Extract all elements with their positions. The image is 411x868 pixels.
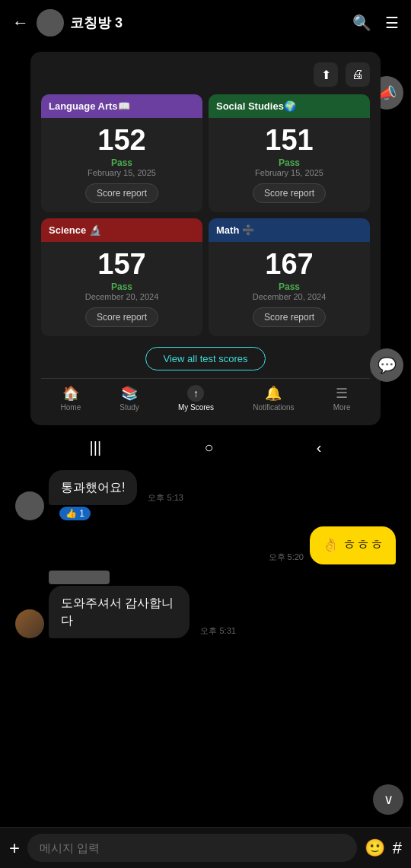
- username-blurred: [49, 571, 110, 584]
- score-card-math: Math ➗ 167 Pass December 20, 2024 Score …: [209, 218, 370, 336]
- nav-more[interactable]: ☰ More: [333, 385, 351, 412]
- hashtag-button[interactable]: #: [393, 838, 402, 858]
- score-report-btn-lang-arts[interactable]: Score report: [85, 183, 158, 203]
- score-widget: ⬆ 🖨 Language Arts📖 152 Pass February 15,…: [30, 52, 381, 425]
- message-bubble-1: 👌 ㅎㅎㅎ: [310, 526, 396, 564]
- android-back-icon[interactable]: ‹: [317, 439, 322, 456]
- message-time-1: 오후 5:20: [269, 552, 304, 563]
- input-bar: + 🙂 #: [0, 827, 411, 868]
- score-number-science: 157: [97, 250, 145, 278]
- score-card-social: Social Studies🌍 151 Pass February 15, 20…: [209, 94, 370, 212]
- score-pass-social: Pass: [279, 157, 300, 168]
- message-bubble-2: 도와주셔서 감사합니다: [49, 586, 190, 638]
- back-button[interactable]: ←: [12, 13, 29, 33]
- reaction-row-0: 👍 1: [59, 507, 190, 520]
- message-time-2: 오후 5:31: [200, 625, 235, 637]
- reaction-badge-0[interactable]: 👍 1: [59, 507, 91, 520]
- avatar: [37, 9, 64, 37]
- study-icon: 📚: [121, 385, 138, 402]
- score-report-btn-math[interactable]: Score report: [253, 307, 326, 327]
- score-report-btn-science[interactable]: Score report: [85, 307, 158, 327]
- search-icon[interactable]: 🔍: [352, 14, 371, 32]
- nav-my-scores[interactable]: ↑ My Scores: [178, 385, 214, 412]
- android-home-icon[interactable]: ○: [204, 439, 213, 456]
- score-card-science: Science 🔬 157 Pass December 20, 2024 Sco…: [41, 218, 202, 336]
- my-scores-icon: ↑: [193, 387, 199, 399]
- score-number-social: 151: [265, 126, 313, 154]
- scroll-down-button[interactable]: ∨: [373, 784, 403, 815]
- score-number-math: 167: [265, 250, 313, 278]
- view-all-scores-button[interactable]: View all test scores: [145, 347, 265, 370]
- chat-area: ⬆ 🖨 Language Arts📖 152 Pass February 15,…: [0, 52, 411, 638]
- score-date-lang-arts: February 15, 2025: [88, 168, 156, 177]
- score-pass-math: Pass: [279, 281, 300, 292]
- message-bubble-0: 통과했어요!: [49, 470, 137, 505]
- nav-study[interactable]: 📚 Study: [119, 385, 139, 412]
- card-header-lang-arts: Language Arts📖: [41, 94, 202, 118]
- score-grid: Language Arts📖 152 Pass February 15, 202…: [41, 94, 370, 336]
- widget-bottom-nav: 🏠 Home 📚 Study ↑ My Scores 🔔 Notificatio…: [41, 378, 370, 415]
- nav-home[interactable]: 🏠 Home: [61, 385, 81, 412]
- android-recents-icon[interactable]: |||: [90, 439, 102, 456]
- message-input[interactable]: [27, 834, 357, 862]
- score-pass-science: Pass: [111, 281, 132, 292]
- page-title: 코칭방 3: [70, 14, 123, 32]
- android-nav-bar: ||| ○ ‹: [8, 431, 403, 464]
- comment-button[interactable]: 💬: [370, 348, 403, 382]
- score-pass-lang-arts: Pass: [111, 157, 132, 168]
- score-number-lang-arts: 152: [97, 126, 145, 154]
- message-row-2: 도와주셔서 감사합니다 오후 5:31: [8, 571, 403, 639]
- card-header-social: Social Studies🌍: [209, 94, 370, 118]
- share-button[interactable]: ⬆: [314, 62, 338, 87]
- card-header-math: Math ➗: [209, 218, 370, 242]
- card-header-science: Science 🔬: [41, 218, 202, 242]
- score-date-social: February 15, 2025: [255, 168, 323, 177]
- nav-notifications[interactable]: 🔔 Notifications: [253, 385, 294, 412]
- more-icon: ☰: [336, 385, 348, 402]
- score-card-lang-arts: Language Arts📖 152 Pass February 15, 202…: [41, 94, 202, 212]
- message-row-1: 오후 5:20 👌 ㅎㅎㅎ: [8, 526, 403, 564]
- notifications-icon: 🔔: [265, 385, 282, 402]
- menu-icon[interactable]: ☰: [385, 14, 399, 32]
- message-time-0: 오후 5:13: [148, 492, 183, 504]
- attach-button[interactable]: +: [9, 838, 20, 859]
- print-button[interactable]: 🖨: [346, 62, 370, 87]
- avatar-user1: [15, 491, 44, 520]
- avatar-user2: [15, 609, 44, 638]
- header: ← 코칭방 3 🔍 ☰: [0, 0, 411, 46]
- score-date-science: December 20, 2024: [85, 292, 159, 301]
- score-report-btn-social[interactable]: Score report: [253, 183, 326, 203]
- emoji-button[interactable]: 🙂: [365, 838, 385, 858]
- score-date-math: December 20, 2024: [253, 292, 327, 301]
- home-icon: 🏠: [62, 385, 79, 402]
- message-row-0: 통과했어요! 오후 5:13 👍 1: [8, 470, 403, 520]
